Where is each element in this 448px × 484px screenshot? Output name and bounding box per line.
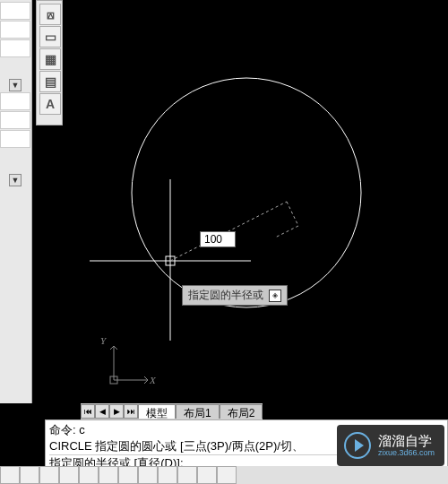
tooltip-menu-icon[interactable]: ◈ bbox=[269, 290, 281, 302]
status-btn[interactable] bbox=[158, 466, 177, 484]
status-bar bbox=[0, 466, 448, 484]
tab-model[interactable]: 模型 bbox=[138, 404, 176, 419]
rect-icon: ▭ bbox=[45, 30, 56, 44]
ucs-x-label: X bbox=[150, 375, 156, 385]
circle-preview bbox=[132, 78, 361, 307]
crop-tool[interactable]: ⟎ bbox=[39, 4, 61, 25]
list-item[interactable] bbox=[0, 2, 30, 20]
watermark-subtitle: zixue.3d66.com bbox=[378, 448, 435, 457]
ucs-icon bbox=[110, 346, 148, 384]
status-btn[interactable] bbox=[138, 466, 158, 484]
play-icon bbox=[344, 432, 371, 459]
status-btn[interactable] bbox=[0, 466, 20, 484]
tab-layout2[interactable]: 布局2 bbox=[220, 404, 263, 419]
ucs-y-label: Y bbox=[100, 335, 106, 346]
list-item[interactable] bbox=[0, 92, 30, 110]
status-btn[interactable] bbox=[197, 466, 217, 484]
drawing-area[interactable]: X Y bbox=[67, 0, 448, 403]
list-item[interactable] bbox=[0, 111, 30, 129]
input-value: 100 bbox=[204, 233, 222, 246]
grid-icon: ▦ bbox=[45, 52, 56, 66]
list-item[interactable] bbox=[0, 39, 30, 57]
dynamic-input[interactable]: 100 bbox=[200, 231, 236, 247]
status-btn[interactable] bbox=[217, 466, 237, 484]
status-btn[interactable] bbox=[99, 466, 118, 484]
table-tool[interactable]: ▤ bbox=[39, 71, 61, 92]
status-btn[interactable] bbox=[177, 466, 197, 484]
watermark-title: 溜溜自学 bbox=[378, 434, 435, 448]
status-btn[interactable] bbox=[39, 466, 59, 484]
table-icon: ▤ bbox=[45, 74, 56, 89]
tooltip-text: 指定圆的半径或 bbox=[188, 288, 263, 303]
tab-last-icon[interactable]: ⏭ bbox=[124, 404, 138, 419]
text-icon: A bbox=[46, 97, 55, 111]
tab-prev-icon[interactable]: ◀ bbox=[95, 404, 109, 419]
crop-icon: ⟎ bbox=[47, 7, 55, 22]
status-btn[interactable] bbox=[20, 466, 39, 484]
grid-tool[interactable]: ▦ bbox=[39, 48, 61, 70]
rect-tool[interactable]: ▭ bbox=[39, 26, 61, 48]
tab-first-icon[interactable]: ⏮ bbox=[81, 404, 95, 419]
toolbar-panel: ⟎ ▭ ▦ ▤ A bbox=[36, 0, 63, 125]
dropdown-arrow-icon[interactable]: ▼ bbox=[9, 174, 22, 186]
dynamic-tooltip: 指定圆的半径或 ◈ bbox=[182, 285, 288, 306]
radius-marker bbox=[275, 202, 298, 238]
left-property-panel: ▼ ▼ bbox=[0, 0, 32, 403]
status-btn[interactable] bbox=[79, 466, 99, 484]
text-tool[interactable]: A bbox=[39, 93, 61, 115]
status-btn[interactable] bbox=[118, 466, 138, 484]
tab-layout1[interactable]: 布局1 bbox=[176, 404, 220, 419]
list-item[interactable] bbox=[0, 21, 30, 39]
watermark: 溜溜自学 zixue.3d66.com bbox=[337, 425, 444, 466]
layout-tabs-bar: ⏮ ◀ ▶ ⏭ 模型 布局1 布局2 bbox=[81, 403, 263, 419]
tab-next-icon[interactable]: ▶ bbox=[109, 404, 124, 419]
status-btn[interactable] bbox=[59, 466, 79, 484]
list-item[interactable] bbox=[0, 130, 30, 148]
dropdown-arrow-icon[interactable]: ▼ bbox=[9, 79, 22, 91]
